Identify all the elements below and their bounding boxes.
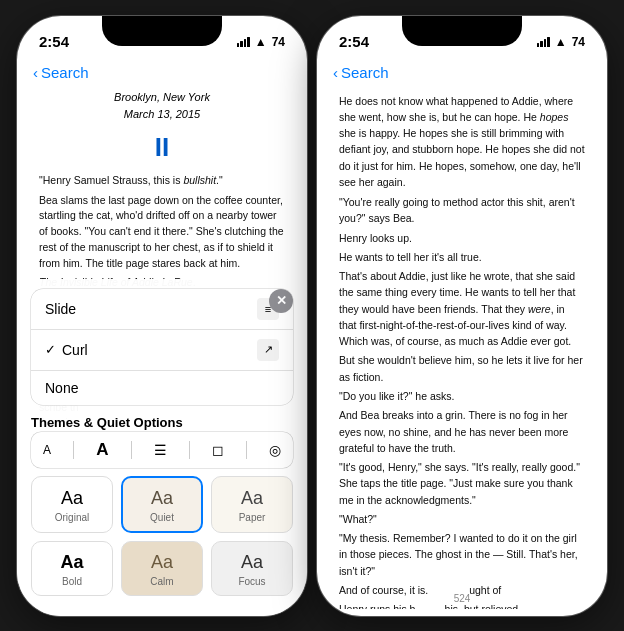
option-none[interactable]: None bbox=[31, 371, 293, 405]
page-number: 524 bbox=[317, 589, 607, 608]
paragraph-icon[interactable]: ☰ bbox=[154, 442, 167, 458]
theme-bold-label: Bold bbox=[62, 576, 82, 587]
signal-icon-right bbox=[537, 37, 550, 47]
wifi-icon: ▲ bbox=[255, 35, 267, 49]
status-bar-left: 2:54 ▲ 74 bbox=[17, 16, 307, 60]
time-right: 2:54 bbox=[339, 33, 369, 50]
themes-section-header: Themes & Quiet Options bbox=[31, 415, 293, 430]
back-label-left: Search bbox=[41, 64, 89, 81]
divider-1 bbox=[73, 441, 74, 459]
time-left: 2:54 bbox=[39, 33, 69, 50]
reading-controls: A A ☰ ◻ ◎ bbox=[31, 432, 293, 468]
font-size-large[interactable]: A bbox=[96, 440, 108, 460]
back-label-right: Search bbox=[341, 64, 389, 81]
theme-original-aa: Aa bbox=[61, 488, 83, 509]
battery-right: 74 bbox=[572, 35, 585, 49]
slide-options: Slide ≡ ✓ Curl ↗ None bbox=[31, 289, 293, 405]
back-button-right[interactable]: ‹ Search bbox=[333, 64, 389, 81]
left-phone: 2:54 ▲ 74 ‹ Search Brooklyn, New YorkMar bbox=[17, 16, 307, 616]
font-size-small[interactable]: A bbox=[43, 443, 51, 457]
status-icons-right: ▲ 74 bbox=[537, 35, 585, 49]
theme-focus[interactable]: Aa Focus bbox=[211, 541, 293, 596]
status-icons-left: ▲ 74 bbox=[237, 35, 285, 49]
battery-left: 74 bbox=[272, 35, 285, 49]
book-content-right: He does not know what happened to Addie,… bbox=[317, 89, 607, 609]
chapter-number: II bbox=[39, 127, 285, 167]
status-bar-right: 2:54 ▲ 74 bbox=[317, 16, 607, 60]
format-icon[interactable]: ◻ bbox=[212, 442, 224, 458]
signal-icon bbox=[237, 37, 250, 47]
chevron-left-icon-right: ‹ bbox=[333, 64, 338, 81]
theme-focus-aa: Aa bbox=[241, 552, 263, 573]
wifi-icon-right: ▲ bbox=[555, 35, 567, 49]
theme-calm-label: Calm bbox=[150, 576, 173, 587]
option-slide[interactable]: Slide ≡ bbox=[31, 289, 293, 330]
option-curl-label: Curl bbox=[62, 342, 88, 358]
theme-quiet[interactable]: Aa Quiet bbox=[121, 476, 203, 533]
theme-quiet-aa: Aa bbox=[151, 488, 173, 509]
theme-bold[interactable]: Aa Bold bbox=[31, 541, 113, 596]
checkmark-icon: ✓ bbox=[45, 342, 56, 357]
brightness-icon[interactable]: ◎ bbox=[269, 442, 281, 458]
theme-original[interactable]: Aa Original bbox=[31, 476, 113, 533]
curl-icon: ↗ bbox=[257, 339, 279, 361]
phones-container: 2:54 ▲ 74 ‹ Search Brooklyn, New YorkMar bbox=[17, 16, 607, 616]
theme-paper[interactable]: Aa Paper bbox=[211, 476, 293, 533]
close-button[interactable]: ✕ bbox=[269, 289, 293, 313]
theme-calm[interactable]: Aa Calm bbox=[121, 541, 203, 596]
themes-grid: Aa Original Aa Quiet Aa Paper Aa Bold Aa bbox=[31, 476, 293, 596]
overlay-panel: Slide ≡ ✓ Curl ↗ None ✕ Themes & bbox=[17, 279, 307, 616]
nav-bar-left: ‹ Search bbox=[17, 60, 307, 89]
book-location: Brooklyn, New YorkMarch 13, 2015 bbox=[39, 89, 285, 123]
theme-calm-aa: Aa bbox=[151, 552, 173, 573]
back-button-left[interactable]: ‹ Search bbox=[33, 64, 89, 81]
theme-paper-label: Paper bbox=[239, 512, 266, 523]
divider-4 bbox=[246, 441, 247, 459]
themes-subheader: Quiet Options bbox=[97, 415, 183, 430]
theme-paper-aa: Aa bbox=[241, 488, 263, 509]
divider-2 bbox=[131, 441, 132, 459]
theme-original-label: Original bbox=[55, 512, 89, 523]
right-phone: 2:54 ▲ 74 ‹ Search He does not know what bbox=[317, 16, 607, 616]
chevron-left-icon: ‹ bbox=[33, 64, 38, 81]
option-none-label: None bbox=[45, 380, 78, 396]
option-curl[interactable]: ✓ Curl ↗ bbox=[31, 330, 293, 371]
divider-3 bbox=[189, 441, 190, 459]
option-slide-label: Slide bbox=[45, 301, 76, 317]
theme-bold-aa: Aa bbox=[60, 552, 83, 573]
theme-focus-label: Focus bbox=[238, 576, 265, 587]
nav-bar-right: ‹ Search bbox=[317, 60, 607, 89]
theme-quiet-label: Quiet bbox=[150, 512, 174, 523]
